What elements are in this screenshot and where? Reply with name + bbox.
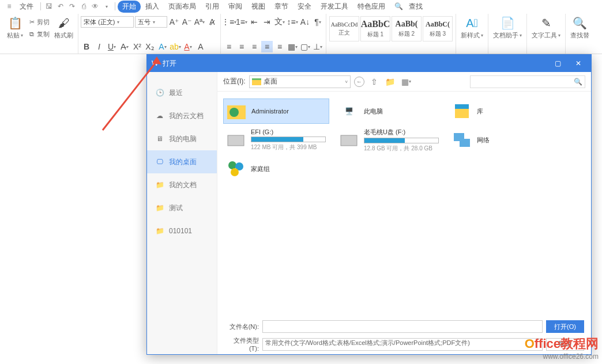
sidebar-item-test[interactable]: 📁测试 bbox=[147, 196, 217, 219]
highlight-icon[interactable]: ab▾ bbox=[170, 41, 181, 52]
tab-special[interactable]: 特色应用 bbox=[353, 1, 390, 13]
subscript-icon[interactable]: X₂ bbox=[144, 41, 156, 52]
distribute-icon[interactable]: ≡ bbox=[274, 41, 285, 52]
file-item-network[interactable]: 网络 bbox=[449, 127, 555, 153]
decrease-font-icon[interactable]: A⁻ bbox=[181, 16, 193, 28]
change-case-icon[interactable]: Aª▾ bbox=[194, 16, 205, 28]
this-pc-icon: 🖥️ bbox=[338, 101, 359, 122]
shading-icon[interactable]: ▦▾ bbox=[287, 41, 298, 52]
svg-rect-7 bbox=[341, 135, 357, 146]
align-right-icon[interactable]: ≡ bbox=[249, 41, 260, 52]
cancel-button[interactable]: 取消 bbox=[546, 338, 584, 351]
style-box[interactable]: AaBbC标题 1 bbox=[360, 16, 390, 41]
filename-input[interactable] bbox=[262, 320, 543, 333]
dialog-title: 打开 bbox=[163, 59, 545, 69]
nav-back-button[interactable]: ← bbox=[354, 77, 364, 87]
font-size-combo[interactable]: 五号▾ bbox=[135, 16, 167, 28]
file-item-efi-drive[interactable]: EFI (G:) 122 MB 可用，共 399 MB bbox=[223, 127, 329, 153]
font-color-icon[interactable]: A▾ bbox=[182, 41, 194, 52]
file-item-libraries[interactable]: 库 bbox=[449, 98, 555, 124]
decrease-indent-icon[interactable]: ⇤ bbox=[249, 16, 260, 28]
file-item-administrator[interactable]: Administrator bbox=[223, 98, 329, 124]
cloud-icon: ☁ bbox=[155, 111, 164, 120]
sidebar-item-desktop[interactable]: 🖵我的桌面 bbox=[147, 150, 217, 173]
view-mode-button[interactable]: ▦▾ bbox=[400, 75, 413, 88]
close-button[interactable]: ✕ bbox=[570, 57, 586, 70]
qat-preview-icon[interactable]: 👁 bbox=[90, 1, 100, 12]
align-left-icon[interactable]: ≡ bbox=[223, 41, 235, 52]
bullets-icon[interactable]: ⋮≡▾ bbox=[223, 16, 235, 28]
tab-start[interactable]: 开始 bbox=[118, 1, 141, 13]
sidebar-item-recent[interactable]: 🕒最近 bbox=[147, 81, 217, 104]
underline-icon[interactable]: U▾ bbox=[106, 41, 118, 52]
superscript-icon[interactable]: X² bbox=[131, 41, 143, 52]
sidebar-item-pc[interactable]: 🖥我的电脑 bbox=[147, 127, 217, 150]
sort-icon[interactable]: A↓ bbox=[299, 16, 311, 28]
text-tools-button[interactable]: ✎ 文字工具▾ bbox=[529, 15, 563, 40]
line-spacing-icon[interactable]: ↕≡▾ bbox=[287, 16, 298, 28]
sidebar-item-docs[interactable]: 📁我的文档 bbox=[147, 173, 217, 196]
desktop-folder-icon bbox=[252, 78, 261, 85]
new-folder-button[interactable]: 📁 bbox=[384, 75, 397, 88]
tab-page-layout[interactable]: 页面布局 bbox=[164, 1, 201, 13]
numbering-icon[interactable]: 1≡▾ bbox=[236, 16, 247, 28]
tab-security[interactable]: 安全 bbox=[293, 1, 316, 13]
menu-file[interactable]: 文件 bbox=[15, 1, 38, 13]
tab-references[interactable]: 引用 bbox=[201, 1, 224, 13]
file-item-thispc[interactable]: 🖥️ 此电脑 bbox=[336, 98, 442, 124]
font-family-combo[interactable]: 宋体 (正文)▾ bbox=[81, 16, 134, 28]
increase-font-icon[interactable]: A⁺ bbox=[168, 16, 180, 28]
paste-button[interactable]: 📋 粘贴▾ bbox=[5, 15, 25, 40]
char-shading-icon[interactable]: A bbox=[195, 41, 206, 52]
svg-point-3 bbox=[229, 108, 239, 117]
desktop-icon: 🖵 bbox=[155, 157, 164, 166]
bold-icon[interactable]: B bbox=[81, 41, 92, 52]
new-style-button[interactable]: A͙ 新样式▾ bbox=[458, 15, 486, 40]
clear-format-icon[interactable]: A̷ bbox=[206, 16, 218, 28]
align-center-icon[interactable]: ≡ bbox=[236, 41, 247, 52]
align-justify-icon[interactable]: ≡ bbox=[261, 41, 273, 52]
italic-icon[interactable]: I bbox=[93, 41, 105, 52]
qat-undo-icon[interactable]: ↶ bbox=[55, 1, 66, 12]
find-icon[interactable]: 🔍 bbox=[393, 1, 404, 12]
location-combo[interactable]: 桌面 v bbox=[249, 75, 351, 88]
show-marks-icon[interactable]: ¶▾ bbox=[312, 16, 323, 28]
tabs-icon[interactable]: ⊥▾ bbox=[312, 41, 323, 52]
copy-button[interactable]: ⧉复制 bbox=[25, 28, 52, 40]
sidebar-item-010101[interactable]: 📁010101 bbox=[147, 219, 217, 242]
style-box[interactable]: AaBbC(标题 3 bbox=[423, 16, 453, 41]
qat-redo-icon[interactable]: ↷ bbox=[67, 1, 77, 12]
strikethrough-icon[interactable]: A̶▾ bbox=[119, 41, 130, 52]
file-list: Administrator 🖥️ 此电脑 库 bbox=[217, 92, 591, 317]
filetype-combo[interactable]: 常用文件(文字/Word格式;表格/Excel格式;演示/PowerPoint格… bbox=[262, 338, 543, 351]
format-painter-button[interactable]: 🖌 格式刷 bbox=[52, 15, 76, 40]
qat-more-icon[interactable]: ▾ bbox=[101, 1, 112, 12]
file-item-homegroup[interactable]: 家庭组 bbox=[223, 156, 329, 181]
tab-section[interactable]: 章节 bbox=[270, 1, 293, 13]
qat-print-icon[interactable]: ⎙ bbox=[78, 1, 89, 12]
qat-save-icon[interactable]: 🖫 bbox=[44, 1, 54, 12]
svg-rect-5 bbox=[455, 104, 469, 109]
doc-helper-button[interactable]: 📄 文档助手▾ bbox=[491, 15, 524, 40]
find-replace-button[interactable]: 🔍 查找替 bbox=[568, 15, 592, 40]
style-box[interactable]: AaBbCcDd正文 bbox=[329, 16, 359, 41]
open-button[interactable]: 打开(O) bbox=[546, 320, 584, 333]
cut-button[interactable]: ✂剪切 bbox=[25, 16, 52, 28]
search-input[interactable]: 🔍 bbox=[470, 75, 585, 88]
tab-view[interactable]: 视图 bbox=[247, 1, 270, 13]
sidebar-item-cloud[interactable]: ☁我的云文档 bbox=[147, 104, 217, 127]
dialog-titlebar[interactable]: W 打开 ▢ ✕ bbox=[147, 55, 591, 72]
maximize-button[interactable]: ▢ bbox=[550, 57, 566, 70]
menu-find[interactable]: 查找 bbox=[404, 1, 427, 13]
nav-up-button[interactable]: ⇧ bbox=[368, 75, 381, 88]
tab-developer[interactable]: 开发工具 bbox=[316, 1, 353, 13]
borders-icon[interactable]: ▢▾ bbox=[299, 41, 311, 52]
app-menu-icon[interactable]: ≡ bbox=[4, 1, 14, 12]
text-effect-icon[interactable]: A▾ bbox=[157, 41, 168, 52]
file-item-usb-drive[interactable]: 老毛桃U盘 (F:) 12.8 GB 可用，共 28.0 GB bbox=[336, 127, 442, 153]
style-box[interactable]: AaBb(标题 2 bbox=[392, 16, 422, 41]
text-direction-icon[interactable]: 文▾ bbox=[274, 16, 285, 28]
tab-review[interactable]: 审阅 bbox=[224, 1, 247, 13]
increase-indent-icon[interactable]: ⇥ bbox=[261, 16, 273, 28]
tab-insert[interactable]: 插入 bbox=[141, 1, 164, 13]
